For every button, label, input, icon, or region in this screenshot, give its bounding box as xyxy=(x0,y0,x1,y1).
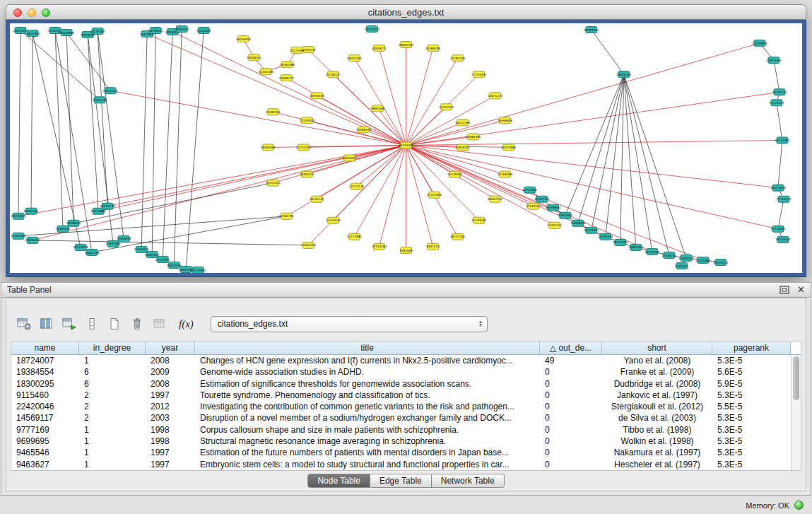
graph-node[interactable]: 18350296 xyxy=(167,262,182,268)
graph-node[interactable]: 11904227 xyxy=(175,26,190,33)
graph-node[interactable]: 12160399 xyxy=(498,171,513,177)
graph-node[interactable]: 16729341 xyxy=(584,227,599,233)
table-row[interactable]: 2242004622012Investigating the contribut… xyxy=(11,401,801,412)
close-window-button[interactable] xyxy=(13,8,22,17)
graph-node[interactable]: 10235871 xyxy=(11,213,26,219)
memory-indicator-icon[interactable] xyxy=(794,501,804,510)
scrollbar-thumb[interactable] xyxy=(793,356,799,400)
graph-node[interactable]: 13274961 xyxy=(290,47,305,54)
graph-node[interactable]: 17710453 xyxy=(776,196,792,202)
graph-node[interactable]: 18236916 xyxy=(236,36,252,42)
graph-node[interactable]: 17593028 xyxy=(116,235,131,242)
table-row[interactable]: 969969511998Structural magnetic resonanc… xyxy=(11,436,801,447)
graph-node[interactable]: 16142731 xyxy=(310,196,325,202)
graph-node[interactable]: 16770433 xyxy=(775,236,791,243)
table-row[interactable]: 1830029562008Estimation of significance … xyxy=(11,378,801,390)
graph-node[interactable]: 11352566 xyxy=(259,69,274,75)
graph-node[interactable]: 15061183 xyxy=(84,249,100,255)
graph-node[interactable]: 13190934 xyxy=(598,233,613,240)
graph-node[interactable]: 12005147 xyxy=(301,47,317,53)
column-header-year[interactable]: year xyxy=(146,341,195,354)
graph-node[interactable]: 17395210 xyxy=(678,255,694,261)
table-row[interactable]: 1938455462009Genome-wide association stu… xyxy=(11,366,801,378)
table-row[interactable]: 1872400712008Changes of HCN gene express… xyxy=(11,355,801,366)
graph-node[interactable]: 15587594 xyxy=(534,196,550,202)
graph-node[interactable]: 15572310 xyxy=(365,26,380,33)
graph-node[interactable]: 17147606 xyxy=(427,192,442,198)
table-row[interactable]: 911546021997Tourette syndrome. Phenomeno… xyxy=(11,390,801,401)
graph-node[interactable]: 11497432 xyxy=(547,222,563,228)
graph-node[interactable]: 11472079 xyxy=(439,104,454,110)
graph-node[interactable]: 17554300 xyxy=(471,71,487,78)
graph-node[interactable]: 16055161 xyxy=(347,55,363,62)
table-options-icon[interactable] xyxy=(15,315,33,332)
graph-node[interactable]: 11302945 xyxy=(55,226,71,232)
graph-node[interactable]: 15866274 xyxy=(279,75,295,81)
graph-node[interactable]: 7485083 xyxy=(399,247,413,253)
graph-node[interactable]: 19734583 xyxy=(372,243,387,250)
graph-node[interactable]: 15051582 xyxy=(92,97,107,103)
graph-node[interactable]: 15273940 xyxy=(191,267,206,273)
graph-node[interactable]: 16959407 xyxy=(342,155,358,161)
graph-node[interactable]: 12521276 xyxy=(349,183,365,189)
graph-node[interactable]: 15149452 xyxy=(526,203,541,209)
row-height-icon[interactable] xyxy=(83,315,101,332)
graph-node[interactable]: 10647437 xyxy=(488,196,503,202)
graph-node[interactable]: 12483920 xyxy=(11,233,26,239)
graph-node[interactable]: 13680366 xyxy=(466,134,481,140)
graph-node[interactable]: 12774241 xyxy=(769,100,784,106)
graph-node[interactable]: 19861381 xyxy=(370,105,386,112)
graph-node[interactable]: 12658271 xyxy=(372,45,387,52)
graph-node[interactable]: 16293471 xyxy=(713,259,729,265)
graph-node[interactable]: 10573928 xyxy=(73,244,88,250)
close-panel-icon[interactable]: ✕ xyxy=(797,285,805,295)
graph-node[interactable]: 17973493 xyxy=(766,57,782,64)
float-panel-icon[interactable] xyxy=(779,285,790,295)
graph-node[interactable]: 16492088 xyxy=(280,62,295,68)
graph-node[interactable]: 17663205 xyxy=(301,242,317,248)
graph-node[interactable]: 18061164 xyxy=(399,42,414,48)
graph-node[interactable]: 20533011 xyxy=(102,88,118,94)
vertical-scrollbar[interactable] xyxy=(791,355,801,470)
graph-node[interactable]: 10692583 xyxy=(179,266,194,272)
graph-node[interactable]: 11283793 xyxy=(450,55,466,62)
graph-node[interactable]: 13741852 xyxy=(155,256,171,262)
tab-edge-table[interactable]: Edge Table xyxy=(370,474,432,488)
graph-node[interactable]: 20631347 xyxy=(13,28,28,34)
graph-node[interactable]: 18302012 xyxy=(300,171,315,177)
graph-node[interactable]: 11544909 xyxy=(300,117,315,124)
graph-node[interactable]: 12164961 xyxy=(522,187,538,193)
graph-node[interactable]: 11254549 xyxy=(326,217,341,223)
graph-node[interactable]: 10885391 xyxy=(628,244,644,250)
graph-node[interactable]: 10996944 xyxy=(546,204,561,211)
graph-node[interactable]: 17856031 xyxy=(25,237,40,243)
graph-node[interactable]: 17692945 xyxy=(558,212,573,218)
graph-node[interactable]: 18757105 xyxy=(450,233,466,240)
function-builder-icon[interactable]: f(x) xyxy=(179,318,194,330)
graph-node[interactable]: 15918501 xyxy=(455,144,471,151)
graph-node[interactable]: 16038471 xyxy=(66,220,81,226)
column-header-title[interactable]: title xyxy=(195,341,540,354)
tab-network-table[interactable]: Network Table xyxy=(432,474,505,488)
table-row[interactable]: 977716911998Corpus callosum shape and si… xyxy=(11,424,801,436)
graph-node[interactable]: 12871274 xyxy=(488,93,503,99)
window-titlebar[interactable]: citations_edges.txt xyxy=(6,4,806,20)
graph-node[interactable]: 9497513 xyxy=(426,243,440,250)
graph-node[interactable]: 11741883 xyxy=(695,257,711,263)
delete-table-icon[interactable] xyxy=(128,315,146,332)
graph-node[interactable]: 10588378 xyxy=(356,127,372,133)
graph-node[interactable]: 18183044 xyxy=(584,27,599,33)
graph-node[interactable]: 11958933 xyxy=(570,220,586,226)
graph-node[interactable]: 14236447 xyxy=(326,71,341,78)
tab-node-table[interactable]: Node Table xyxy=(307,474,370,488)
graph-node[interactable]: 15586238 xyxy=(425,45,441,52)
graph-node[interactable]: 18729744 xyxy=(772,89,787,95)
table-row[interactable]: 1456911722003Disruption of a novel membe… xyxy=(11,412,801,424)
graph-node[interactable]: 10234561 xyxy=(90,28,105,35)
graph-node[interactable]: 18475603 xyxy=(613,239,628,245)
graph-node[interactable]: 12940988 xyxy=(59,30,74,36)
graph-node[interactable]: 11675058 xyxy=(770,185,786,191)
graph-node[interactable]: 16906381 xyxy=(261,144,276,151)
graph-node[interactable]: 15845364 xyxy=(25,30,40,37)
create-table-icon[interactable] xyxy=(105,315,124,332)
